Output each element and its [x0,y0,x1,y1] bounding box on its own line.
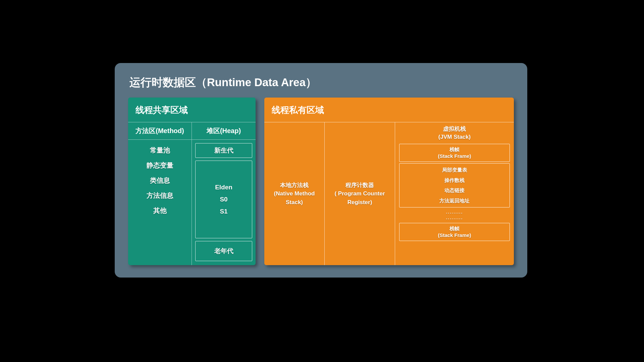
stack-frame-detail: 局部变量表 操作数栈 动态链接 方法返回地址 [399,163,510,207]
heap-elden-item: S1 [196,208,252,215]
frame-dots: ......... [399,215,510,221]
frame-detail-item: 局部变量表 [399,166,509,174]
heap-area-body: 新生代 Elden S0 S1 老年代 [192,140,256,265]
method-item: 方法信息 [147,191,173,200]
diagram-title: 运行时数据区（Runtime Data Area） [129,75,514,90]
thread-shared-panel: 线程共享区域 方法区(Method) 堆区(Heap) 常量池 静态变量 类信息… [128,98,256,265]
private-header: 线程私有区域 [264,98,514,122]
thread-private-panel: 线程私有区域 本地方法栈 (Native Method Stack) 程序计数器… [264,98,514,265]
method-area-label: 方法区(Method) [128,122,192,140]
method-area-body: 常量池 静态变量 类信息 方法信息 其他 [128,140,192,265]
heap-newgen: 新生代 [195,143,252,158]
frame-detail-item: 操作数栈 [399,177,509,184]
native-l2: (Native Method Stack) [267,189,322,206]
jvm-stack-col: 虚拟机栈 (JVM Stack) 栈帧 (Stack Frame) 局部变量表 … [395,122,514,265]
heap-elden-item: Elden [196,184,252,191]
heap-area-label: 堆区(Heap) [192,122,256,140]
jvm-stack-l2: (JVM Stack) [399,133,510,141]
stack-frame-top: 栈帧 (Stack Frame) [399,144,510,162]
program-counter-col: 程序计数器 ( Program Counter Register) [325,122,395,265]
frame2-l1: 栈帧 [399,225,509,232]
method-item: 类信息 [150,176,170,185]
native-method-stack-col: 本地方法栈 (Native Method Stack) [264,122,325,265]
frame-dots: ......... [399,209,510,215]
pc-l2: ( Program Counter Register) [327,189,392,206]
frame-detail-item: 方法返回地址 [399,197,509,205]
method-item: 静态变量 [147,161,173,170]
pc-l1: 程序计数器 [345,181,374,190]
jvm-stack-head: 虚拟机栈 (JVM Stack) [399,125,510,141]
frame-detail-item: 动态链接 [399,187,509,194]
method-item: 其他 [153,206,167,215]
method-item: 常量池 [150,146,170,155]
heap-oldgen: 老年代 [195,241,252,261]
shared-header: 线程共享区域 [128,98,256,122]
frame2-l2: (Stack Frame) [399,232,509,239]
native-l1: 本地方法栈 [280,181,309,190]
frame-l2: (Stack Frame) [399,153,509,160]
heap-elden-box: Elden S0 S1 [195,161,252,238]
runtime-data-area-panel: 运行时数据区（Runtime Data Area） 线程共享区域 方法区(Met… [115,63,527,278]
stack-frame-bottom: 栈帧 (Stack Frame) [399,223,510,241]
frame-l1: 栈帧 [399,146,509,153]
jvm-stack-l1: 虚拟机栈 [399,125,510,133]
heap-elden-item: S0 [196,196,252,203]
